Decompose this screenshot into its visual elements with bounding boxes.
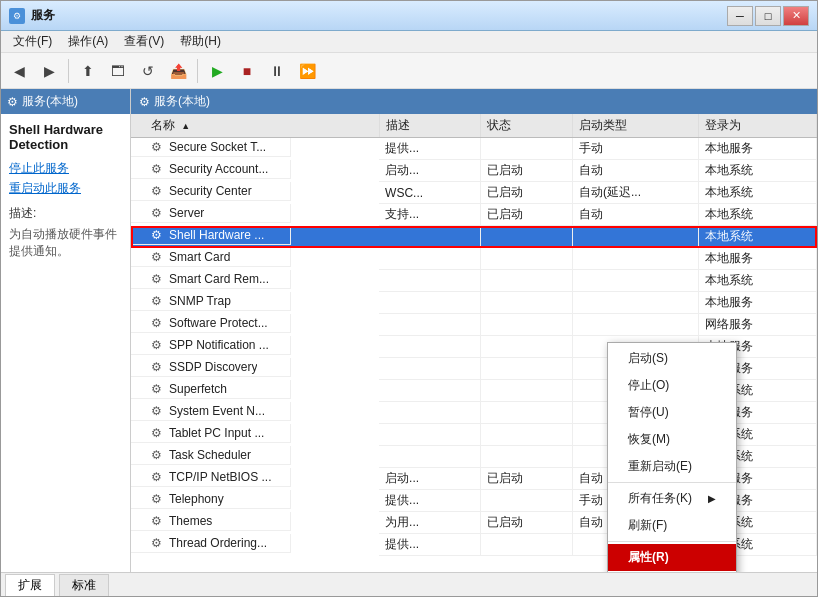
cell-startup — [573, 270, 699, 292]
left-panel-icon: ⚙ — [7, 95, 18, 109]
cell-service-name: ⚙Smart Card Rem... — [131, 270, 291, 289]
service-gear-icon: ⚙ — [151, 316, 165, 330]
stop-button[interactable]: ■ — [233, 57, 261, 85]
cell-logon: 本地系统 — [699, 204, 817, 226]
context-menu-item-label: 所有任务(K) — [628, 490, 692, 507]
table-row[interactable]: ⚙Secure Socket T...提供...手动本地服务 — [131, 138, 817, 160]
cell-status — [480, 226, 573, 248]
context-menu-item[interactable]: 停止(O) — [608, 372, 736, 399]
service-gear-icon: ⚙ — [151, 470, 165, 484]
cell-service-name: ⚙Task Scheduler — [131, 446, 291, 465]
cell-status: 已启动 — [480, 512, 573, 534]
table-row[interactable]: ⚙Smart Card本地服务 — [131, 248, 817, 270]
export-button[interactable]: 📤 — [164, 57, 192, 85]
menu-file[interactable]: 文件(F) — [5, 31, 60, 52]
title-bar-left: ⚙ 服务 — [9, 7, 55, 24]
table-row[interactable]: ⚙Server支持...已启动自动本地系统 — [131, 204, 817, 226]
cell-status: 已启动 — [480, 182, 573, 204]
cell-status — [480, 446, 573, 468]
service-gear-icon: ⚙ — [151, 448, 165, 462]
left-panel-header: ⚙ 服务(本地) — [1, 89, 130, 114]
col-logon[interactable]: 登录为 — [699, 114, 817, 138]
cell-status — [480, 270, 573, 292]
cell-status — [480, 336, 573, 358]
stop-service-link[interactable]: 停止此服务 — [9, 160, 122, 177]
context-menu-item[interactable]: 启动(S) — [608, 345, 736, 372]
table-row[interactable]: ⚙Security Account...启动...已启动自动本地系统 — [131, 160, 817, 182]
restart-button[interactable]: ⏩ — [293, 57, 321, 85]
cell-desc — [379, 380, 480, 402]
close-button[interactable]: ✕ — [783, 6, 809, 26]
service-gear-icon: ⚙ — [151, 382, 165, 396]
context-menu-item[interactable]: 帮助(H) — [608, 571, 736, 572]
cell-status: 已启动 — [480, 468, 573, 490]
cell-status — [480, 292, 573, 314]
cell-status — [480, 490, 573, 512]
table-row[interactable]: ⚙SNMP Trap本地服务 — [131, 292, 817, 314]
cell-logon: 本地系统 — [699, 270, 817, 292]
col-startup[interactable]: 启动类型 — [573, 114, 699, 138]
cell-startup: 自动 — [573, 160, 699, 182]
up-button[interactable]: ⬆ — [74, 57, 102, 85]
refresh-button[interactable]: ↺ — [134, 57, 162, 85]
context-menu-item[interactable]: 所有任务(K)▶ — [608, 485, 736, 512]
cell-logon: 本地系统 — [699, 182, 817, 204]
cell-service-name: ⚙Smart Card — [131, 248, 291, 267]
cell-desc — [379, 270, 480, 292]
pause-button[interactable]: ⏸ — [263, 57, 291, 85]
service-gear-icon: ⚙ — [151, 404, 165, 418]
cell-status — [480, 358, 573, 380]
cell-desc: 提供... — [379, 490, 480, 512]
col-status[interactable]: 状态 — [480, 114, 573, 138]
cell-status — [480, 138, 573, 160]
services-table-container: 名称 ▲ 描述 状态 启动类型 登录为 ⚙Secure Socket T...提… — [131, 114, 817, 572]
col-desc[interactable]: 描述 — [379, 114, 480, 138]
tab-extended[interactable]: 扩展 — [5, 574, 55, 596]
cell-service-name: ⚙TCP/IP NetBIOS ... — [131, 468, 291, 487]
left-panel-title: 服务(本地) — [22, 93, 78, 110]
service-gear-icon: ⚙ — [151, 162, 165, 176]
context-menu-item[interactable]: 重新启动(E) — [608, 453, 736, 480]
tab-standard[interactable]: 标准 — [59, 574, 109, 596]
service-gear-icon: ⚙ — [151, 360, 165, 374]
menu-view[interactable]: 查看(V) — [116, 31, 172, 52]
context-menu-item[interactable]: 属性(R) — [608, 544, 736, 571]
cell-status — [480, 248, 573, 270]
show-hide-button[interactable]: 🗔 — [104, 57, 132, 85]
right-panel-icon: ⚙ — [139, 95, 150, 109]
table-row[interactable]: ⚙Smart Card Rem...本地系统 — [131, 270, 817, 292]
cell-service-name: ⚙Thread Ordering... — [131, 534, 291, 553]
cell-desc — [379, 226, 480, 248]
col-name[interactable]: 名称 ▲ — [131, 114, 379, 138]
cell-desc: 支持... — [379, 204, 480, 226]
service-gear-icon: ⚙ — [151, 184, 165, 198]
back-button[interactable]: ◀ — [5, 57, 33, 85]
cell-startup: 自动 — [573, 204, 699, 226]
cell-service-name: ⚙Tablet PC Input ... — [131, 424, 291, 443]
play-button[interactable]: ▶ — [203, 57, 231, 85]
cell-service-name: ⚙Themes — [131, 512, 291, 531]
context-menu-item-label: 属性(R) — [628, 549, 669, 566]
restart-service-link[interactable]: 重启动此服务 — [9, 180, 122, 197]
cell-startup — [573, 248, 699, 270]
menu-action[interactable]: 操作(A) — [60, 31, 116, 52]
menu-help[interactable]: 帮助(H) — [172, 31, 229, 52]
table-row[interactable]: ⚙Software Protect...网络服务 — [131, 314, 817, 336]
table-row[interactable]: ⚙Shell Hardware ...本地系统 — [131, 226, 817, 248]
cell-service-name: ⚙Shell Hardware ... — [131, 226, 291, 245]
context-menu-item[interactable]: 恢复(M) — [608, 426, 736, 453]
cell-status — [480, 402, 573, 424]
cell-status — [480, 314, 573, 336]
forward-button[interactable]: ▶ — [35, 57, 63, 85]
maximize-button[interactable]: □ — [755, 6, 781, 26]
cell-desc — [379, 336, 480, 358]
cell-desc: 启动... — [379, 468, 480, 490]
context-menu-item[interactable]: 刷新(F) — [608, 512, 736, 539]
cell-startup: 手动 — [573, 138, 699, 160]
cell-startup: 自动(延迟... — [573, 182, 699, 204]
table-row[interactable]: ⚙Security CenterWSC...已启动自动(延迟...本地系统 — [131, 182, 817, 204]
context-menu-item[interactable]: 暂停(U) — [608, 399, 736, 426]
minimize-button[interactable]: ─ — [727, 6, 753, 26]
cell-status — [480, 380, 573, 402]
service-gear-icon: ⚙ — [151, 426, 165, 440]
